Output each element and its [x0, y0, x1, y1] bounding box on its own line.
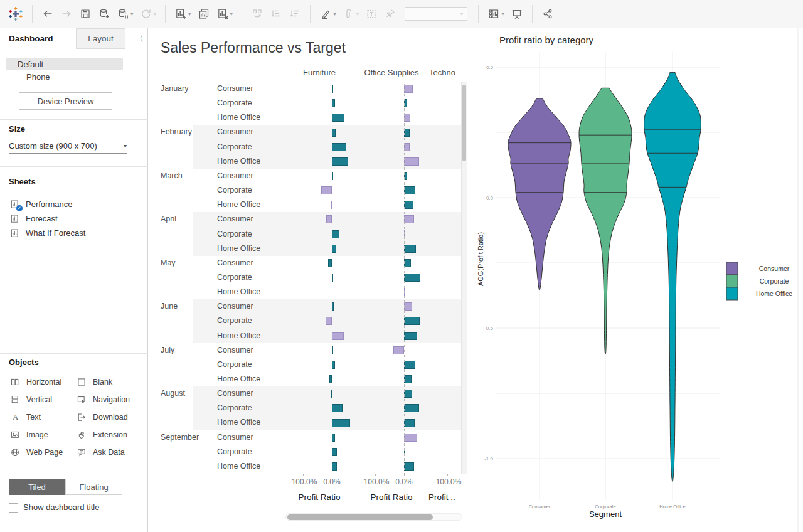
bar-mark[interactable]: [332, 230, 339, 238]
axis-title-profit-ratio[interactable]: Profit ..: [428, 492, 455, 502]
legend-swatch-home-office[interactable]: [726, 287, 738, 300]
object-item-web-page[interactable]: Web Page: [10, 445, 63, 460]
show-mark-labels-button[interactable]: [362, 3, 381, 25]
bar-mark[interactable]: [404, 302, 412, 311]
bar-mark[interactable]: [404, 274, 420, 282]
fix-axes-button[interactable]: [381, 3, 400, 25]
object-item-label: Download: [93, 413, 128, 422]
duplicate-sheet-button[interactable]: [194, 3, 213, 25]
clear-sheet-button[interactable]: ▾: [213, 3, 237, 25]
show-cards-button[interactable]: ▾: [484, 3, 508, 25]
axis-tick-label: 0.0%: [384, 477, 424, 486]
x-axis-title[interactable]: Segment: [589, 509, 622, 519]
presentation-mode-button[interactable]: [508, 3, 526, 25]
toolbar-divider: [165, 5, 166, 23]
bar-mark[interactable]: [404, 201, 413, 209]
legend-swatch-consumer[interactable]: [726, 262, 738, 275]
bar-mark[interactable]: [332, 332, 344, 340]
tab-layout[interactable]: Layout: [76, 28, 125, 49]
axis-title-profit-ratio[interactable]: Profit Ratio: [288, 492, 351, 502]
object-item-blank[interactable]: Blank: [77, 375, 112, 390]
size-select[interactable]: Custom size (900 x 700) ▾: [9, 139, 127, 154]
bar-mark[interactable]: [404, 375, 412, 383]
bar-mark[interactable]: [326, 317, 332, 325]
horizontal-scrollbar-thumb[interactable]: [287, 514, 433, 520]
object-item-download[interactable]: Download: [77, 410, 128, 425]
bar-mark[interactable]: [404, 332, 417, 340]
show-dashboard-title-checkbox[interactable]: [9, 503, 18, 513]
tableau-logo[interactable]: [5, 3, 26, 25]
object-item-extension[interactable]: Extension: [77, 427, 127, 442]
device-item-phone[interactable]: Phone: [6, 70, 123, 83]
highlight-button[interactable]: ▾: [316, 3, 339, 25]
bar-mark[interactable]: [332, 114, 344, 122]
violin-home-office[interactable]: [644, 72, 701, 481]
group-members-button[interactable]: ▾: [339, 3, 363, 25]
bar-mark[interactable]: [404, 85, 413, 93]
undo-button[interactable]: [38, 3, 57, 25]
sheet-item-what-if-forecast[interactable]: What If Forecast: [0, 226, 148, 240]
object-item-ask-data[interactable]: Ask Data: [77, 445, 125, 460]
vertical-scrollbar-thumb[interactable]: [462, 85, 466, 161]
legend-swatch-corporate[interactable]: [726, 275, 738, 287]
bar-mark[interactable]: [404, 114, 410, 122]
bar-mark[interactable]: [393, 346, 404, 354]
collapse-pane-icon[interactable]: 〈: [135, 33, 144, 45]
bar-mark[interactable]: [332, 448, 337, 456]
sort-ascending-button[interactable]: [267, 3, 285, 25]
fit-selector[interactable]: ▾: [405, 7, 467, 21]
bar-mark[interactable]: [404, 245, 416, 253]
x-category-label: Corporate: [595, 504, 615, 509]
run-update-button[interactable]: ▾: [137, 3, 160, 25]
bar-mark[interactable]: [404, 157, 419, 166]
bar-mark[interactable]: [404, 317, 420, 325]
object-item-horizontal[interactable]: Horizontal: [10, 375, 61, 390]
bar-mark[interactable]: [404, 462, 414, 471]
bar-mark[interactable]: [404, 361, 415, 369]
bar-mark[interactable]: [332, 143, 346, 151]
bar-mark[interactable]: [404, 143, 410, 151]
bar-mark[interactable]: [404, 404, 419, 412]
bar-mark[interactable]: [404, 390, 412, 398]
violin-corporate[interactable]: [579, 88, 632, 354]
worksheet-icon: [10, 228, 20, 238]
tiled-button[interactable]: Tiled: [9, 479, 65, 495]
pause-auto-updates-button[interactable]: ▾: [114, 3, 137, 25]
device-item-default[interactable]: Default: [6, 58, 123, 70]
sheet-item-forecast[interactable]: Forecast: [0, 211, 148, 226]
bar-mark[interactable]: [404, 215, 414, 223]
bar-mark[interactable]: [332, 462, 337, 471]
new-data-source-button[interactable]: [95, 3, 114, 25]
bar-mark[interactable]: [326, 215, 332, 223]
new-worksheet-button[interactable]: ▾: [171, 3, 194, 25]
bar-mark[interactable]: [404, 419, 415, 427]
object-item-vertical[interactable]: Vertical: [10, 392, 52, 407]
download-icon: [77, 412, 87, 423]
bar-mark[interactable]: [332, 404, 343, 412]
floating-button[interactable]: Floating: [65, 479, 122, 495]
bar-mark[interactable]: [321, 186, 332, 194]
bar-mark[interactable]: [404, 434, 417, 442]
swap-axes-button[interactable]: [248, 3, 267, 25]
object-item-text[interactable]: AText: [10, 410, 41, 425]
tab-dashboard[interactable]: Dashboard: [0, 28, 76, 49]
axis-title-profit-ratio[interactable]: Profit Ratio: [360, 492, 423, 502]
bar-mark[interactable]: [404, 186, 415, 194]
bar-mark[interactable]: [404, 129, 410, 137]
bar-mark[interactable]: [404, 259, 411, 267]
redo-button[interactable]: [57, 3, 76, 25]
bar-mark[interactable]: [332, 419, 350, 427]
ask-data-icon: [77, 447, 87, 458]
violin-consumer[interactable]: [508, 98, 571, 290]
extension-icon: [77, 430, 87, 440]
save-button[interactable]: [76, 3, 95, 25]
bar-mark[interactable]: [332, 245, 336, 253]
share-button[interactable]: [538, 3, 557, 25]
device-preview-button[interactable]: Device Preview: [19, 92, 112, 110]
sheet-item-performance[interactable]: ✓Performance: [0, 197, 148, 211]
bar-mark[interactable]: [332, 157, 348, 166]
image-icon: [10, 430, 21, 440]
object-item-image[interactable]: Image: [10, 427, 48, 442]
object-item-navigation[interactable]: Navigation: [77, 392, 130, 407]
sort-descending-button[interactable]: [285, 3, 304, 25]
